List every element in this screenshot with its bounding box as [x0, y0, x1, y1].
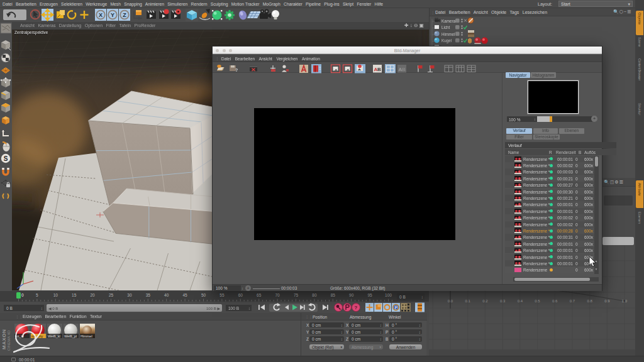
svg-text:?: ?	[355, 305, 358, 310]
svg-text:B: B	[377, 67, 381, 72]
svg-text:0.9: 0.9	[604, 299, 610, 303]
svg-text:0.1: 0.1	[465, 299, 471, 303]
svg-text:Himmel: Himmel	[441, 32, 455, 36]
svg-text:0.5: 0.5	[535, 299, 540, 303]
svg-text:0.0: 0.0	[448, 299, 453, 303]
svg-text:0.3: 0.3	[500, 299, 506, 303]
svg-text:1.0: 1.0	[622, 299, 628, 303]
svg-text:S: S	[4, 155, 8, 162]
svg-text:Kamera: Kamera	[441, 19, 456, 23]
svg-text:B: B	[402, 67, 406, 72]
svg-text:X: X	[99, 12, 103, 18]
svg-text:Y: Y	[111, 12, 114, 18]
svg-text:P: P	[395, 305, 398, 310]
svg-text:Licht: Licht	[441, 25, 450, 30]
svg-text:Kugel: Kugel	[441, 38, 452, 43]
svg-text:0.4: 0.4	[518, 299, 523, 303]
svg-text:0.8: 0.8	[587, 299, 592, 303]
svg-text:0.2: 0.2	[482, 299, 488, 303]
svg-text:0.6: 0.6	[552, 299, 558, 303]
svg-text:0.7: 0.7	[570, 299, 575, 303]
svg-text:?: ?	[235, 68, 238, 72]
svg-text:Z: Z	[123, 12, 126, 18]
